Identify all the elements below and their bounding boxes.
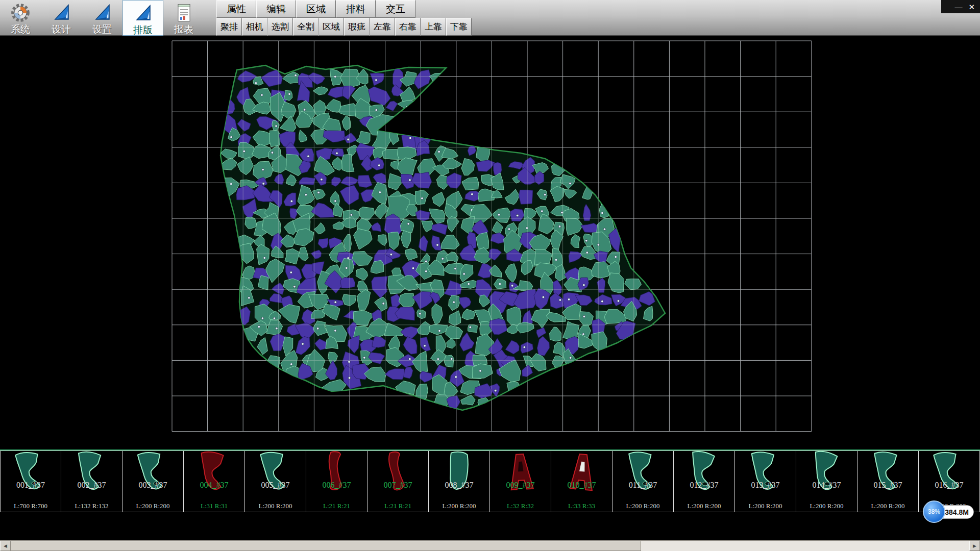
piece-id: 009_#37 xyxy=(490,481,551,490)
sail-icon xyxy=(51,1,71,24)
scroll-left-arrow-icon[interactable]: ◀ xyxy=(0,541,11,551)
app-label-design: 设计 xyxy=(52,24,71,35)
app-tab-design[interactable]: 设计 xyxy=(41,0,82,36)
piece-lr-values: L:200 R:200 xyxy=(429,502,489,510)
piece-id: 010_#37 xyxy=(551,481,612,490)
thumbnail-004_#37[interactable]: 004_#37L:31 R:31 xyxy=(184,450,245,512)
gear-icon xyxy=(10,1,31,24)
piece-lr-values: L:200 R:200 xyxy=(612,502,673,510)
application-window: 系统设计设置排版报表 属性编辑区域排料交互 聚排相机选割全割区域瑕疵左靠右靠上靠… xyxy=(0,0,980,551)
tool-cut-all[interactable]: 全割 xyxy=(293,18,318,36)
thumbnail-009_#37[interactable]: 009_#37L:32 R:32 xyxy=(490,450,551,512)
tool-region[interactable]: 区域 xyxy=(318,18,344,36)
piece-id: 002_#37 xyxy=(61,481,122,490)
thumbnail-003_#37[interactable]: 003_#37L:200 R:200 xyxy=(122,450,184,512)
piece-lr-values: L:200 R:200 xyxy=(674,502,734,510)
tool-cluster-nest[interactable]: 聚排 xyxy=(216,18,242,36)
piece-id: 007_#37 xyxy=(368,481,428,490)
piece-id: 014_#37 xyxy=(796,481,857,490)
piece-lr-values: L:33 R:33 xyxy=(551,502,612,510)
thumbnail-010_#37[interactable]: 010_#37L:33 R:33 xyxy=(551,450,612,512)
piece-id: 016_#37 xyxy=(919,481,979,490)
piece-lr-values: L:132 R:132 xyxy=(61,502,122,510)
scroll-thumb[interactable] xyxy=(11,541,641,551)
thumbnail-014_#37[interactable]: 014_#37L:200 R:200 xyxy=(796,450,857,512)
menu-edit[interactable]: 编辑 xyxy=(256,0,296,18)
menu-nesting[interactable]: 排料 xyxy=(336,0,376,18)
app-tab-settings[interactable]: 设置 xyxy=(82,0,122,36)
thumbnail-006_#37[interactable]: 006_#37L:21 R:21 xyxy=(306,450,368,512)
piece-id: 006_#37 xyxy=(306,481,367,490)
close-button[interactable]: ✕ xyxy=(968,3,975,11)
thumbnail-008_#37[interactable]: 008_#37L:200 R:200 xyxy=(429,450,490,512)
piece-lr-values: L:21 R:21 xyxy=(306,502,367,510)
scroll-right-arrow-icon[interactable]: ▶ xyxy=(969,541,980,551)
window-controls: — ✕ xyxy=(941,0,980,13)
piece-lr-values: L:21 R:21 xyxy=(368,502,428,510)
thumbnail-005_#37[interactable]: 005_#37L:200 R:200 xyxy=(245,450,306,512)
tool-row: 聚排相机选割全割区域瑕疵左靠右靠上靠下靠 xyxy=(216,18,472,36)
minimize-button[interactable]: — xyxy=(954,3,962,11)
app-label-system: 系统 xyxy=(11,24,30,35)
app-tabs: 系统设计设置排版报表 xyxy=(0,0,204,36)
menu-interact[interactable]: 交互 xyxy=(376,0,415,18)
menu-region[interactable]: 区域 xyxy=(296,0,336,18)
sail-icon xyxy=(92,1,112,24)
tool-snap-bottom[interactable]: 下靠 xyxy=(446,18,472,36)
tool-snap-top[interactable]: 上靠 xyxy=(421,18,446,36)
tool-snap-right[interactable]: 右靠 xyxy=(395,18,421,36)
piece-lr-values: L:200 R:200 xyxy=(796,502,857,510)
app-label-settings: 设置 xyxy=(92,24,112,35)
piece-id: 008_#37 xyxy=(429,481,489,490)
thumbnail-001_#37[interactable]: 001_#37L:700 R:700 xyxy=(0,450,61,512)
piece-id: 005_#37 xyxy=(245,481,306,490)
thumbnail-strip: 001_#37L:700 R:700002_#37L:132 R:132003_… xyxy=(0,449,980,512)
thumbnail-007_#37[interactable]: 007_#37L:21 R:21 xyxy=(368,450,429,512)
report-icon xyxy=(174,1,194,24)
piece-lr-values: L:200 R:200 xyxy=(122,502,183,510)
piece-lr-values: L:200 R:200 xyxy=(245,502,306,510)
app-tab-system[interactable]: 系统 xyxy=(0,0,41,36)
toolbar: 系统设计设置排版报表 属性编辑区域排料交互 聚排相机选割全割区域瑕疵左靠右靠上靠… xyxy=(0,0,980,36)
piece-id: 013_#37 xyxy=(735,481,796,490)
progress-badge: 38% xyxy=(923,500,945,523)
thumbnail-002_#37[interactable]: 002_#37L:132 R:132 xyxy=(61,450,122,512)
tool-camera[interactable]: 相机 xyxy=(242,18,267,36)
menu-properties[interactable]: 属性 xyxy=(216,0,256,18)
tool-select-cut[interactable]: 选割 xyxy=(267,18,293,36)
menu-row: 属性编辑区域排料交互 xyxy=(216,0,415,18)
piece-lr-values: L:31 R:31 xyxy=(184,502,244,510)
piece-lr-values: L:200 R:200 xyxy=(857,502,918,510)
app-tab-report[interactable]: 报表 xyxy=(163,0,204,36)
memory-value: 384.8M xyxy=(945,508,969,516)
piece-lr-values: L:700 R:700 xyxy=(1,502,61,510)
app-tab-layout[interactable]: 排版 xyxy=(122,0,163,36)
thumbnail-011_#37[interactable]: 011_#37L:200 R:200 xyxy=(612,450,674,512)
piece-id: 003_#37 xyxy=(122,481,183,490)
piece-id: 004_#37 xyxy=(184,481,244,490)
sail-icon xyxy=(133,2,153,25)
piece-lr-values: L:32 R:32 xyxy=(490,502,551,510)
thumbnail-012_#37[interactable]: 012_#37L:200 R:200 xyxy=(674,450,735,512)
piece-lr-values: L:200 R:200 xyxy=(735,502,796,510)
app-label-report: 报表 xyxy=(174,24,193,35)
thumbnail-015_#37[interactable]: 015_#37L:200 R:200 xyxy=(857,450,919,512)
piece-id: 001_#37 xyxy=(1,481,61,490)
progress-value: 38% xyxy=(928,508,940,515)
app-label-layout: 排版 xyxy=(133,25,153,35)
thumbnail-013_#37[interactable]: 013_#37L:200 R:200 xyxy=(735,450,796,512)
horizontal-scrollbar[interactable]: ◀ ▶ xyxy=(0,540,980,551)
piece-id: 012_#37 xyxy=(674,481,734,490)
tool-snap-left[interactable]: 左靠 xyxy=(370,18,395,36)
piece-id: 011_#37 xyxy=(612,481,673,490)
piece-id: 015_#37 xyxy=(857,481,918,490)
tool-defect[interactable]: 瑕疵 xyxy=(344,18,370,36)
